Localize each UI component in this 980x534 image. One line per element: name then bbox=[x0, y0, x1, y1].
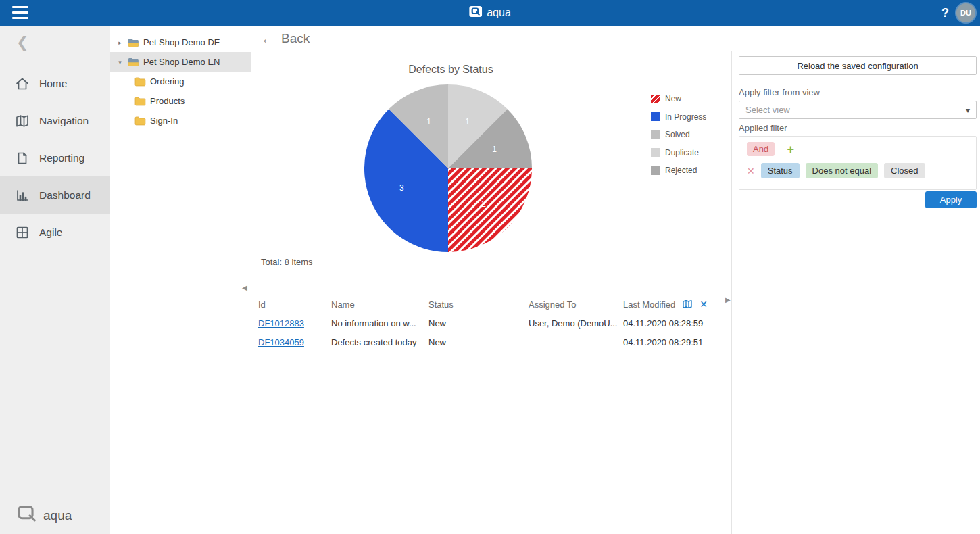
applied-filter-box: And + ✕StatusDoes not equalClosed bbox=[739, 136, 977, 190]
pie-slice-value: 1 bbox=[492, 145, 497, 154]
close-icon[interactable]: ✕ bbox=[700, 299, 708, 309]
tree-item-sign-in[interactable]: Sign-In bbox=[110, 111, 251, 130]
defect-modified-cell: 04.11.2020 08:28:59 bbox=[623, 318, 730, 329]
tree-item-pet-shop-demo-en[interactable]: ▾Pet Shop Demo EN bbox=[110, 52, 251, 72]
sidebar-nav: HomeNavigationReportingDashboardAgile bbox=[0, 65, 110, 251]
sidebar-footer: aqua bbox=[18, 506, 72, 526]
pie-slice-new[interactable] bbox=[448, 168, 532, 252]
folder-icon bbox=[128, 57, 139, 67]
filter-group-row: And + bbox=[747, 142, 969, 156]
sidebar-collapse-icon[interactable]: ❮ bbox=[16, 35, 28, 50]
column-header-last-modified[interactable]: Last Modified✕ bbox=[623, 299, 730, 310]
chart-title: Defects by Status bbox=[251, 64, 650, 76]
footer-brand-label: aqua bbox=[43, 508, 72, 523]
legend-swatch bbox=[651, 130, 660, 139]
column-header-name[interactable]: Name bbox=[331, 299, 428, 310]
table-body: DF1012883No information on w...NewUser, … bbox=[258, 314, 730, 351]
column-header-assigned-to[interactable]: Assigned To bbox=[529, 299, 623, 310]
reload-config-button[interactable]: Reload the saved configuration bbox=[739, 56, 977, 75]
chart-icon bbox=[14, 187, 30, 203]
column-header-status[interactable]: Status bbox=[428, 299, 529, 310]
defect-modified-cell: 04.11.2020 08:29:51 bbox=[623, 337, 730, 347]
aqua-logo-icon bbox=[469, 6, 482, 20]
and-chip[interactable]: And bbox=[747, 142, 775, 156]
folder-icon bbox=[134, 116, 146, 126]
column-header-label: Last Modified bbox=[623, 299, 675, 310]
grid-icon bbox=[14, 224, 30, 241]
defect-name-cell: No information on w... bbox=[331, 318, 428, 329]
apply-button[interactable]: Apply bbox=[925, 191, 977, 208]
aqua-footer-logo-icon bbox=[18, 506, 38, 526]
defect-id-cell: DF1012883 bbox=[258, 318, 331, 329]
sidebar-item-label: Reporting bbox=[39, 152, 84, 164]
report-icon bbox=[14, 150, 30, 166]
condition-value-chip[interactable]: Closed bbox=[884, 163, 925, 178]
tree-item-label: Pet Shop Demo DE bbox=[143, 37, 220, 47]
applied-filter-label: Applied filter bbox=[739, 123, 787, 133]
legend-label: In Progress bbox=[665, 112, 706, 122]
back-arrow-icon: ← bbox=[261, 31, 274, 47]
view-select-placeholder: Select view bbox=[745, 105, 966, 115]
legend-item-duplicate: Duplicate bbox=[651, 144, 706, 162]
brand-name: aqua bbox=[487, 7, 511, 19]
scroll-left-icon[interactable]: ◀ bbox=[242, 284, 247, 291]
filter-condition: ✕StatusDoes not equalClosed bbox=[747, 163, 969, 178]
apply-filter-from-view-label: Apply filter from view bbox=[739, 87, 820, 97]
folder-icon bbox=[134, 97, 146, 106]
defect-assigned-cell: User, Demo (DemoU... bbox=[529, 318, 623, 329]
tree-item-label: Ordering bbox=[150, 76, 185, 87]
chevron-down-icon: ▾ bbox=[966, 105, 970, 115]
sidebar-item-label: Navigation bbox=[39, 115, 89, 127]
legend-item-solved: Solved bbox=[651, 126, 706, 144]
tree-item-pet-shop-demo-de[interactable]: ▸Pet Shop Demo DE bbox=[110, 32, 251, 52]
table-header: IdNameStatusAssigned ToLast Modified✕ bbox=[258, 295, 730, 314]
pie-slice-value: 3 bbox=[399, 183, 404, 193]
filter-conditions: ✕StatusDoes not equalClosed bbox=[747, 163, 969, 178]
back-button[interactable]: ← Back bbox=[261, 30, 310, 47]
legend-label: New bbox=[665, 94, 681, 103]
top-bar: aqua ? DU bbox=[0, 0, 980, 26]
map-icon bbox=[14, 113, 30, 129]
help-icon[interactable]: ? bbox=[941, 0, 949, 26]
sidebar-item-label: Home bbox=[39, 78, 67, 90]
legend-item-rejected: Rejected bbox=[651, 162, 706, 180]
sidebar-item-label: Agile bbox=[39, 226, 62, 239]
defects-table: IdNameStatusAssigned ToLast Modified✕ DF… bbox=[258, 295, 730, 351]
defect-id-cell: DF1034059 bbox=[258, 337, 331, 347]
remove-condition-icon[interactable]: ✕ bbox=[747, 166, 755, 176]
column-header-id[interactable]: Id bbox=[258, 299, 331, 310]
defect-id-link[interactable]: DF1034059 bbox=[258, 337, 304, 347]
condition-field-chip[interactable]: Status bbox=[761, 163, 800, 178]
avatar[interactable]: DU bbox=[956, 3, 975, 22]
sidebar-item-navigation[interactable]: Navigation bbox=[0, 102, 110, 139]
table-row: DF1012883No information on w...NewUser, … bbox=[258, 314, 730, 333]
filter-panel: Reload the saved configuration Apply fil… bbox=[732, 51, 980, 534]
legend-label: Duplicate bbox=[665, 148, 699, 157]
total-label: Total: 8 items bbox=[261, 257, 313, 267]
defect-name-cell: Defects created today bbox=[331, 337, 428, 347]
add-condition-icon[interactable]: + bbox=[787, 143, 795, 156]
sidebar: ❮ HomeNavigationReportingDashboardAgile … bbox=[0, 26, 110, 534]
legend-swatch bbox=[651, 95, 660, 103]
tree-item-label: Pet Shop Demo EN bbox=[143, 57, 220, 67]
legend-item-new: New bbox=[651, 90, 706, 108]
view-select[interactable]: Select view ▾ bbox=[739, 101, 977, 119]
pie-slice-value: 1 bbox=[465, 117, 470, 126]
map-icon[interactable] bbox=[681, 299, 693, 310]
tree-item-ordering[interactable]: Ordering bbox=[110, 72, 251, 91]
legend-label: Rejected bbox=[665, 166, 697, 175]
sidebar-item-agile[interactable]: Agile bbox=[0, 214, 110, 251]
sidebar-item-dashboard[interactable]: Dashboard bbox=[0, 176, 110, 214]
chart-legend: NewIn ProgressSolvedDuplicateRejected bbox=[651, 90, 706, 180]
tree-item-products[interactable]: Products bbox=[110, 91, 251, 111]
menu-icon[interactable] bbox=[12, 6, 30, 19]
legend-item-in-progress: In Progress bbox=[651, 108, 706, 126]
sidebar-item-home[interactable]: Home bbox=[0, 65, 110, 102]
tree-expand-icon[interactable]: ▸ bbox=[116, 39, 124, 46]
pie-chart: 23111 bbox=[364, 84, 532, 252]
tree-item-label: Sign-In bbox=[150, 116, 178, 126]
tree-expand-icon[interactable]: ▾ bbox=[116, 59, 124, 66]
defect-id-link[interactable]: DF1012883 bbox=[258, 318, 304, 329]
sidebar-item-reporting[interactable]: Reporting bbox=[0, 139, 110, 176]
condition-operator-chip[interactable]: Does not equal bbox=[806, 163, 878, 178]
